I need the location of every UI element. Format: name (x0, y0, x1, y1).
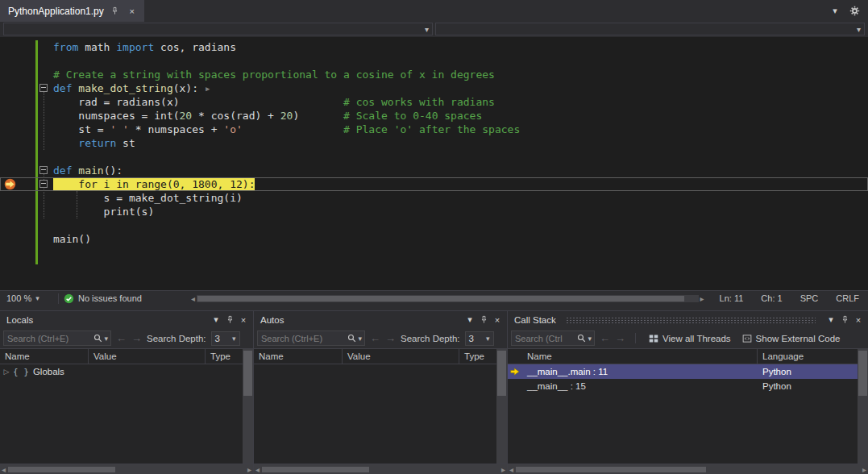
scrollbar-thumb[interactable] (243, 351, 252, 396)
scrollbar-track[interactable] (7, 466, 246, 473)
code-line[interactable]: def main(): (0, 164, 868, 177)
search-depth-dropdown[interactable]: 3 ▾ (211, 331, 240, 346)
scroll-right-icon[interactable]: ▸ (246, 465, 253, 474)
search-box[interactable]: ▾ (3, 331, 111, 346)
call-stack-frame[interactable]: __main__ : 15 Python (508, 379, 868, 393)
line-indicator[interactable]: Ln: 11 (711, 293, 753, 303)
search-box[interactable]: ▾ (257, 331, 365, 346)
horizontal-scrollbar[interactable]: ◂ ▸ (0, 464, 253, 474)
code-editor[interactable]: from math import cos, radians# Create a … (0, 37, 868, 290)
scrollbar-thumb[interactable] (858, 351, 867, 396)
search-input[interactable] (7, 334, 93, 343)
zoom-control[interactable]: 100 % ▾ (0, 293, 53, 303)
show-external-code-button[interactable]: Show External Code (739, 334, 844, 343)
code-line[interactable] (0, 150, 868, 164)
tab-pythonapplication1[interactable]: PythonApplication1.py × (0, 0, 144, 22)
code-line[interactable]: print(s) (0, 205, 868, 218)
scroll-left-icon[interactable]: ◂ (254, 465, 261, 474)
vertical-scrollbar[interactable] (243, 349, 253, 464)
issues-indicator[interactable]: No issues found (64, 293, 185, 304)
search-next-icon[interactable]: → (131, 332, 142, 344)
scrollbar-thumb[interactable] (516, 467, 706, 472)
expand-icon[interactable]: ▷ (0, 368, 13, 376)
navigation-dropdown-types[interactable]: ▾ (3, 23, 433, 35)
spaces-indicator[interactable]: SPC (791, 293, 828, 303)
call-stack-frame[interactable]: __main__.main : 11 Python (508, 364, 868, 379)
search-prev-icon[interactable]: ← (370, 332, 380, 344)
scroll-left-icon[interactable]: ◂ (0, 465, 7, 474)
vertical-scrollbar[interactable] (496, 349, 507, 464)
column-language[interactable]: Language (758, 349, 868, 364)
drag-grip[interactable] (566, 316, 816, 323)
scrollbar-thumb[interactable] (8, 467, 115, 472)
scrollbar-thumb[interactable] (262, 467, 369, 472)
search-icon[interactable] (577, 334, 586, 343)
close-icon[interactable]: × (492, 314, 503, 326)
chevron-down-icon[interactable]: ▾ (104, 335, 108, 343)
column-indicator[interactable]: Ch: 1 (752, 293, 791, 303)
close-icon[interactable]: × (127, 6, 138, 17)
collapse-region-button[interactable] (39, 180, 48, 188)
code-line[interactable] (0, 54, 868, 68)
pin-icon[interactable] (839, 314, 850, 326)
scroll-right-icon[interactable]: ▸ (500, 465, 507, 474)
current-statement-breakpoint-icon[interactable] (4, 178, 16, 190)
autos-title-bar[interactable]: Autos ▾ × (254, 311, 507, 328)
column-name[interactable]: Name (254, 349, 343, 364)
scrollbar-track[interactable] (261, 466, 500, 473)
editor-horizontal-scrollbar[interactable]: ◂ ▸ (189, 291, 706, 306)
search-input[interactable] (261, 334, 347, 343)
call-stack-title-bar[interactable]: Call Stack ▾ × (508, 311, 868, 328)
column-value[interactable]: Value (89, 349, 206, 364)
scroll-right-icon[interactable]: ▸ (861, 465, 868, 474)
scrollbar-track[interactable] (197, 295, 699, 302)
search-next-icon[interactable]: → (615, 332, 625, 344)
window-position-icon[interactable]: ▾ (825, 314, 837, 326)
document-list-chevron-icon[interactable]: ▾ (829, 6, 841, 17)
search-icon[interactable] (347, 334, 356, 343)
window-position-icon[interactable]: ▾ (464, 314, 476, 326)
code-line[interactable]: s = make_dot_string(i) (0, 191, 868, 205)
search-prev-icon[interactable]: ← (600, 332, 610, 344)
column-name[interactable]: Name (522, 349, 758, 364)
code-line-current-statement[interactable]: for i in range(0, 1800, 12): (0, 177, 868, 191)
scrollbar-thumb[interactable] (197, 296, 684, 301)
column-name[interactable]: Name (0, 349, 89, 364)
chevron-down-icon[interactable]: ▾ (358, 335, 362, 343)
code-line[interactable]: # Create a string with spaces proportion… (0, 68, 868, 81)
code-line[interactable]: rad = radians(x) # cos works with radian… (0, 95, 868, 109)
locals-title-bar[interactable]: Locals ▾ × (0, 311, 253, 328)
pin-icon[interactable] (110, 6, 121, 17)
close-icon[interactable]: × (238, 314, 249, 326)
eol-indicator[interactable]: CRLF (827, 293, 868, 303)
collapse-region-button[interactable] (39, 84, 48, 92)
search-next-icon[interactable]: → (385, 332, 396, 344)
search-depth-dropdown[interactable]: 3 ▾ (465, 331, 494, 346)
code-line[interactable]: main() (0, 232, 868, 246)
scrollbar-track[interactable] (515, 466, 861, 473)
locals-row-globals[interactable]: ▷ { } Globals (0, 364, 253, 379)
chevron-down-icon[interactable]: ▾ (588, 335, 592, 343)
code-line[interactable]: return st (0, 136, 868, 150)
close-icon[interactable]: × (853, 314, 864, 326)
horizontal-scrollbar[interactable]: ◂ ▸ (254, 464, 507, 474)
window-position-icon[interactable]: ▾ (210, 314, 222, 326)
code-line[interactable]: numspaces = int(20 * cos(rad) + 20) # Sc… (0, 109, 868, 123)
horizontal-scrollbar[interactable]: ◂ ▸ (508, 464, 868, 474)
code-line[interactable]: def make_dot_string(x): ▸ (0, 81, 868, 95)
collapse-region-button[interactable] (39, 166, 48, 174)
scroll-right-icon[interactable]: ▸ (699, 294, 706, 303)
settings-gear-icon[interactable] (849, 6, 860, 17)
code-line[interactable]: st = ' ' * numspaces + 'o' # Place 'o' a… (0, 123, 868, 136)
code-line[interactable] (0, 218, 868, 232)
search-prev-icon[interactable]: ← (116, 332, 127, 344)
navigation-dropdown-members[interactable]: ▾ (435, 23, 865, 35)
search-icon[interactable] (93, 334, 102, 343)
vertical-scrollbar[interactable] (858, 349, 868, 464)
column-value[interactable]: Value (343, 349, 459, 364)
search-input[interactable] (515, 334, 577, 343)
pin-icon[interactable] (224, 314, 235, 326)
pin-icon[interactable] (478, 314, 489, 326)
scroll-left-icon[interactable]: ◂ (508, 465, 515, 474)
view-all-threads-button[interactable]: View all Threads (646, 334, 734, 343)
